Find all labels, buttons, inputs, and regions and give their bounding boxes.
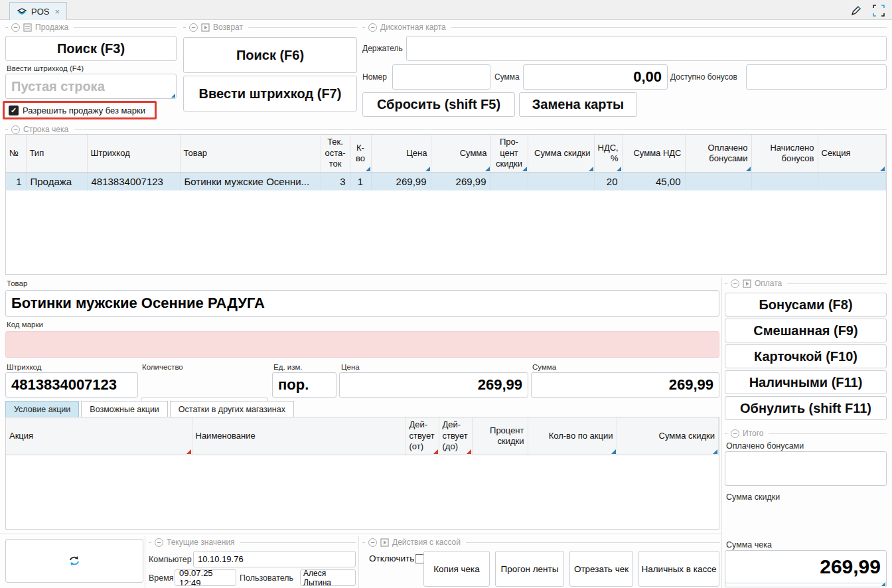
tab-close-icon[interactable]: × bbox=[54, 7, 60, 17]
panel-current-values: − Текущие значения bbox=[149, 538, 356, 547]
pos-window: POS × − Продажа bbox=[0, 0, 892, 588]
card-number-input[interactable] bbox=[392, 64, 490, 90]
unit-field[interactable]: пор. bbox=[272, 372, 336, 398]
panel-sale-header: − Продажа bbox=[5, 23, 177, 32]
panel-receipt-line: − Строка чека bbox=[5, 125, 887, 134]
col-promo-name[interactable]: Наименование bbox=[192, 417, 406, 455]
sale-barcode-input[interactable]: Пустая строка bbox=[5, 74, 177, 99]
panel-return: − Возврат bbox=[183, 23, 357, 32]
collapse-icon[interactable]: − bbox=[11, 125, 20, 134]
pay-mixed-button[interactable]: Смешанная (F9) bbox=[725, 319, 887, 342]
cell-price: 269,99 bbox=[371, 172, 431, 190]
col-discount-pct[interactable]: Про- цент скидки bbox=[490, 135, 528, 172]
panel-totals: − Итого bbox=[725, 429, 887, 438]
collapse-icon[interactable]: − bbox=[155, 538, 163, 547]
refresh-button[interactable] bbox=[5, 539, 143, 583]
card-reset-button[interactable]: Сбросить (shift F5) bbox=[362, 92, 515, 117]
card-number-label: Номер bbox=[362, 72, 387, 82]
price-field[interactable]: 269,99 bbox=[339, 372, 528, 398]
receipt-row-selected[interactable]: 1 Продажа 4813834007123 Ботинки мужские … bbox=[6, 172, 886, 190]
col-promo-discount-sum[interactable]: Сумма скидки bbox=[617, 417, 719, 455]
divider bbox=[145, 536, 145, 588]
cell-vat: 20 bbox=[594, 172, 622, 190]
qty-field-label: Количество bbox=[142, 363, 183, 371]
return-barcode-button[interactable]: Ввести штрихкод (F7) bbox=[183, 76, 357, 111]
pay-reset-button[interactable]: Обнулить (shift F11) bbox=[725, 396, 887, 420]
col-number[interactable]: № bbox=[6, 135, 26, 172]
panel-cash-actions-header: − Действия с кассой bbox=[362, 538, 720, 547]
col-vat-sum[interactable]: Сумма НДС bbox=[622, 135, 685, 172]
panel-current-values-header: − Текущие значения bbox=[149, 538, 356, 547]
return-search-button[interactable]: Поиск (F6) bbox=[183, 37, 357, 73]
col-section[interactable]: Секция bbox=[818, 135, 886, 172]
col-promo-discount-pct[interactable]: Процент скидки bbox=[472, 417, 528, 455]
computer-label: Компьютер bbox=[149, 555, 192, 564]
cash-in-drawer-button[interactable]: Наличных в кассе bbox=[638, 551, 719, 587]
paid-bonus-total-input[interactable] bbox=[725, 451, 887, 486]
col-accrued-bonus[interactable]: Начислено бонусов bbox=[751, 135, 818, 172]
play-icon bbox=[201, 23, 210, 32]
cell-stock: 3 bbox=[321, 172, 350, 190]
computer-value[interactable]: 10.10.19.76 bbox=[193, 551, 356, 567]
col-promo[interactable]: Акция bbox=[6, 417, 192, 455]
cell-barcode: 4813834007123 bbox=[87, 172, 180, 190]
play-icon bbox=[380, 538, 389, 547]
product-name-input[interactable]: Ботинки мужские Осенние РАДУГА bbox=[5, 290, 719, 317]
col-stock[interactable]: Тек. оста- ток bbox=[321, 135, 350, 172]
collapse-icon[interactable]: − bbox=[368, 538, 377, 547]
tab-promo-possible[interactable]: Возможные акции bbox=[81, 401, 168, 417]
collapse-icon[interactable]: − bbox=[368, 23, 377, 32]
cell-discount-sum bbox=[528, 172, 594, 190]
feed-tape-button[interactable]: Прогон ленты bbox=[495, 551, 564, 587]
user-label: Пользователь bbox=[240, 573, 293, 583]
card-amount-input[interactable]: 0,00 bbox=[523, 64, 668, 90]
col-valid-from[interactable]: Дей- ствует (от) bbox=[406, 417, 439, 455]
refresh-icon bbox=[68, 555, 81, 567]
col-type[interactable]: Тип bbox=[26, 135, 87, 172]
collapse-icon[interactable]: − bbox=[189, 23, 198, 32]
sale-search-button[interactable]: Поиск (F3) bbox=[5, 36, 177, 61]
col-promo-qty[interactable]: Кол-во по акции bbox=[528, 417, 617, 455]
receipt-total-label: Сумма чека bbox=[726, 540, 772, 550]
available-bonus-input[interactable] bbox=[746, 64, 887, 90]
pay-cash-button[interactable]: Наличными (F11) bbox=[725, 370, 887, 394]
collapse-icon[interactable]: − bbox=[731, 279, 739, 288]
time-value[interactable]: 09.07.25 12:49 bbox=[175, 569, 236, 586]
cell-type: Продажа bbox=[26, 172, 87, 190]
panel-title: Строка чека bbox=[23, 125, 68, 134]
tab-other-stores-stock[interactable]: Остатки в других магазинах bbox=[170, 401, 294, 417]
col-valid-to[interactable]: Дей- ствует (до) bbox=[439, 417, 472, 455]
col-price[interactable]: Цена bbox=[371, 135, 431, 172]
receipt-copy-button[interactable]: Копия чека bbox=[423, 551, 490, 587]
barcode-field[interactable]: 4813834007123 bbox=[5, 372, 138, 398]
col-qty[interactable]: К- во bbox=[350, 135, 371, 172]
pay-card-button[interactable]: Карточкой (F10) bbox=[725, 344, 887, 368]
sum-field[interactable]: 269,99 bbox=[531, 372, 719, 398]
mark-code-input[interactable] bbox=[5, 331, 719, 358]
card-replace-button[interactable]: Замена карты bbox=[519, 92, 637, 117]
cut-receipt-button[interactable]: Отрезать чек bbox=[569, 551, 633, 587]
fullscreen-icon[interactable] bbox=[872, 4, 885, 17]
pay-bonus-button[interactable]: Бонусами (F8) bbox=[725, 293, 887, 317]
divider bbox=[0, 534, 721, 534]
col-paid-bonus[interactable]: Оплачено бонусами bbox=[685, 135, 751, 172]
cell-discount-pct bbox=[490, 172, 528, 190]
promo-table: Акция Наименование Дей- ствует (от) Дей-… bbox=[5, 417, 719, 530]
holder-input[interactable] bbox=[406, 36, 887, 61]
holder-label: Держатель bbox=[362, 44, 403, 53]
edit-pencil-icon[interactable] bbox=[850, 4, 863, 17]
tab-pos[interactable]: POS × bbox=[9, 2, 67, 20]
col-product[interactable]: Товар bbox=[180, 135, 321, 172]
col-vat[interactable]: НДС, % bbox=[594, 135, 622, 172]
no-mark-checkbox[interactable] bbox=[9, 106, 19, 115]
cell-vat-sum: 45,00 bbox=[622, 172, 685, 190]
promo-table-header-row: Акция Наименование Дей- ствует (от) Дей-… bbox=[6, 417, 719, 455]
collapse-icon[interactable]: − bbox=[731, 429, 739, 438]
col-barcode[interactable]: Штрихкод bbox=[87, 135, 180, 172]
col-sum[interactable]: Сумма bbox=[431, 135, 490, 172]
paid-bonus-total-label: Оплачено бонусами bbox=[726, 441, 804, 451]
col-discount-sum[interactable]: Сумма скидки bbox=[528, 135, 594, 172]
tab-promo-conditions[interactable]: Условие акции bbox=[5, 401, 79, 417]
collapse-icon[interactable]: − bbox=[11, 23, 20, 32]
user-value[interactable]: Алеся Лытина bbox=[300, 569, 356, 586]
